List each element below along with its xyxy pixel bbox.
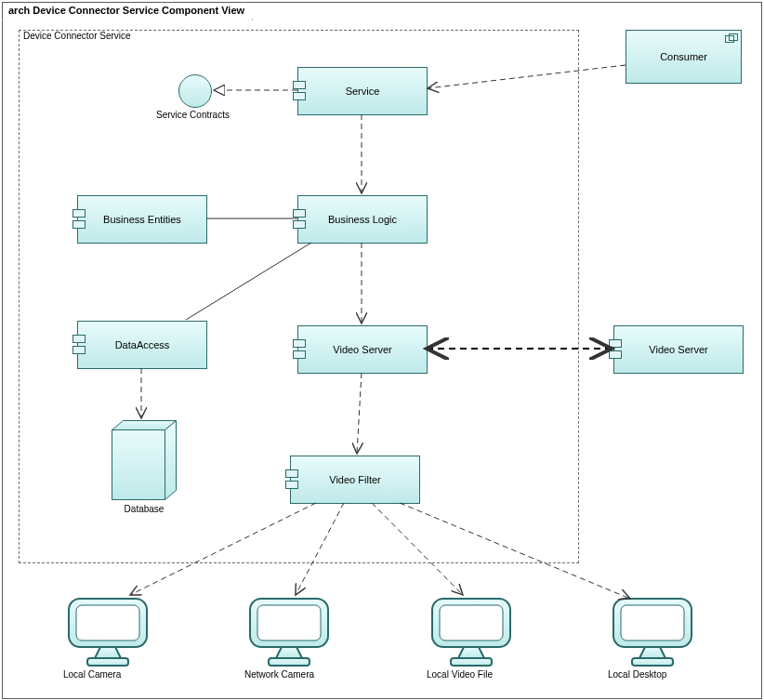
device-icon [244, 595, 334, 667]
consumer-box[interactable]: Consumer [626, 30, 742, 84]
network-camera-label: Network Camera [244, 669, 334, 680]
business-logic-component[interactable]: Business Logic [297, 195, 428, 244]
database-icon [112, 420, 177, 500]
device-icon [427, 595, 516, 667]
database-node[interactable] [112, 420, 177, 500]
video-server-external-label: Video Server [614, 326, 743, 373]
video-server-internal-label: Video Server [298, 326, 427, 373]
diagram-canvas: arch Device Connector Service Component … [0, 0, 764, 700]
local-video-file-label: Local Video File [427, 669, 516, 680]
svg-rect-14 [451, 658, 492, 666]
network-camera-device[interactable] [244, 595, 334, 667]
svg-rect-7 [76, 605, 139, 641]
data-access-label: DataAccess [78, 322, 206, 368]
service-label: Service [298, 68, 427, 114]
svg-marker-5 [165, 421, 177, 500]
package-title: Device Connector Service [20, 30, 137, 42]
device-icon [608, 595, 697, 667]
video-server-internal-component[interactable]: Video Server [297, 325, 428, 374]
svg-rect-3 [112, 430, 165, 500]
local-camera-device[interactable] [63, 595, 152, 667]
business-logic-label: Business Logic [298, 196, 427, 243]
svg-rect-17 [632, 658, 673, 666]
link-icon [725, 33, 738, 43]
video-filter-component[interactable]: Video Filter [290, 456, 420, 504]
video-server-external-component[interactable]: Video Server [613, 325, 744, 374]
svg-rect-11 [269, 658, 310, 666]
business-entities-label: Business Entities [78, 196, 206, 243]
diagram-title: arch Device Connector Service Component … [8, 5, 244, 16]
svg-rect-8 [87, 658, 128, 666]
video-filter-label: Video Filter [291, 456, 419, 503]
service-contracts-interface[interactable] [178, 74, 212, 108]
data-access-component[interactable]: DataAccess [77, 321, 207, 369]
local-video-file-device[interactable] [427, 595, 516, 667]
local-desktop-label: Local Desktop [608, 669, 697, 680]
service-component[interactable]: Service [297, 67, 428, 115]
local-camera-label: Local Camera [63, 669, 152, 680]
local-desktop-device[interactable] [608, 595, 697, 667]
svg-rect-13 [440, 605, 503, 641]
device-icon [63, 595, 152, 667]
svg-rect-16 [621, 605, 684, 641]
business-entities-component[interactable]: Business Entities [77, 195, 207, 244]
diagram-title-tab: arch Device Connector Service Component … [2, 2, 253, 20]
consumer-label: Consumer [660, 51, 707, 62]
service-contracts-label: Service Contracts [156, 110, 230, 120]
database-label: Database [119, 504, 169, 514]
svg-rect-10 [257, 605, 321, 641]
